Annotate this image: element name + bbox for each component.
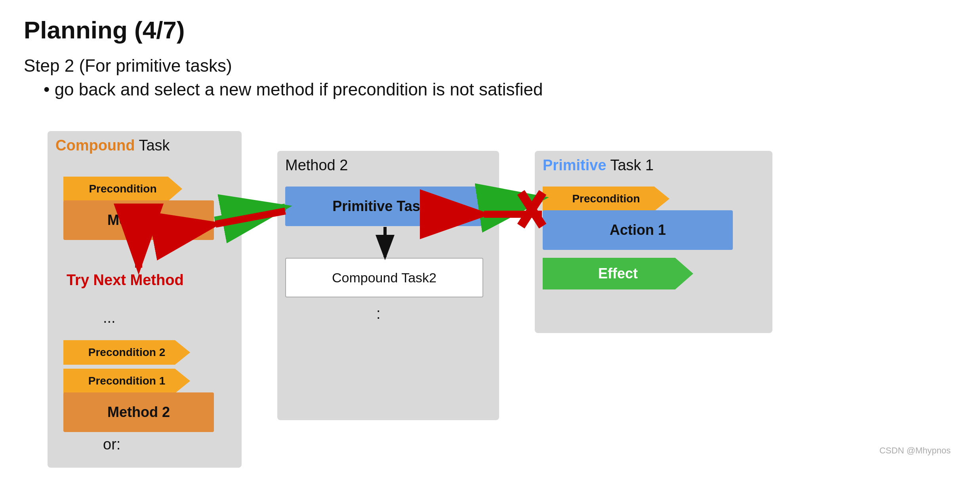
- or-label: or:: [103, 436, 120, 453]
- precondition2-pentagon: Precondition 2: [63, 340, 190, 365]
- effect-pentagon: Effect: [543, 258, 693, 289]
- primitive-task1-rect: Primitive Task1: [285, 187, 483, 226]
- action1-rect: Action 1: [543, 210, 733, 250]
- method1-rect: Method 1: [63, 200, 214, 240]
- precondition-pentagon: Precondition: [63, 177, 182, 201]
- compound-word: Compound: [55, 137, 135, 154]
- page-title: Planning (4/7): [24, 16, 956, 44]
- bullet-point: • go back and select a new method if pre…: [44, 80, 956, 99]
- method2-dots: :: [376, 305, 381, 322]
- precondition-prim-pentagon: Precondition: [543, 187, 669, 211]
- primitive-word: Primitive: [543, 157, 606, 173]
- diagram: Compound Task Method 2 Primitive Task 1 …: [24, 115, 959, 460]
- subtitle: Step 2 (For primitive tasks): [24, 56, 956, 76]
- compound-task2-rect: Compound Task2: [285, 258, 483, 297]
- dots-label: ...: [103, 309, 116, 326]
- watermark: CSDN @Mhypnos: [879, 446, 951, 456]
- primitive-task1-label: Primitive Task 1: [543, 157, 654, 174]
- try-next-label: Try Next Method: [67, 272, 184, 289]
- compound-task-label: Compound Task: [55, 137, 170, 154]
- method2-label: Method 2: [285, 157, 348, 174]
- method2-rect: Method 2: [63, 392, 214, 432]
- page-content: Planning (4/7) Step 2 (For primitive tas…: [0, 0, 980, 476]
- precondition1-pentagon: Precondition 1: [63, 369, 190, 393]
